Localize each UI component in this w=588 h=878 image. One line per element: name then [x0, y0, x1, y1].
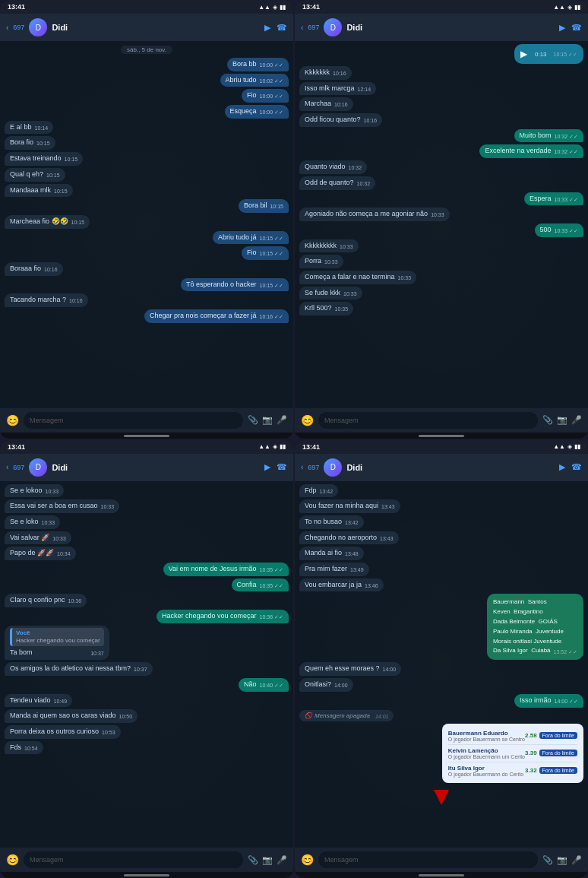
phone-icon[interactable]: ☎ [277, 23, 287, 33]
camera-icon-br[interactable]: 📷 [557, 855, 567, 865]
quote-name-bl: Você [16, 629, 100, 637]
chat-input-tl[interactable]: Mensagem [24, 412, 243, 429]
chat-input-br[interactable]: Mensagem [318, 851, 538, 868]
msg-tr-9: Porra 10:33 [299, 255, 343, 268]
header-actions-br: ▶ ☎ [559, 462, 582, 472]
video-icon[interactable]: ▶ [264, 23, 270, 33]
camera-icon-bl[interactable]: 📷 [262, 855, 273, 865]
attach-icon[interactable]: 📎 [248, 415, 258, 425]
msg-br-4: Chegando no aeroporto 13:43 [299, 531, 399, 545]
emoji-icon-br[interactable]: 😊 [301, 854, 314, 866]
phone-icon-br[interactable]: ☎ [571, 462, 582, 472]
chat-body-tr: ▶ 0:13 10:15 ✓✓ Kkkkkkk 10:16 Isso mlk m… [295, 41, 588, 408]
player-btn-3[interactable]: Fora do limite [539, 767, 577, 774]
chat-body-tl: sáb., 5 de nov. Bora bb 10:00 ✓✓ Abriu t… [0, 41, 293, 408]
mic-icon-br[interactable]: 🎤 [571, 855, 582, 865]
bottom-icons-bl: 📎 📷 🎤 [248, 855, 287, 865]
bottom-icons-tl: 📎 📷 🎤 [248, 415, 287, 425]
video-icon-tr[interactable]: ▶ [559, 23, 565, 33]
phone-icon-bl[interactable]: ☎ [277, 462, 287, 472]
avatar-tr: D [324, 18, 342, 36]
wifi-icon-bl: ◈ [273, 443, 277, 450]
player-btn-2[interactable]: Fora do limite [539, 750, 577, 756]
status-bar-tr: 13:41 ▲▲ ◈ ▮▮ [295, 0, 588, 14]
chat-input-tr[interactable]: Mensagem [318, 412, 538, 429]
chat-bottom-bl: 😊 Mensagem 📎 📷 🎤 [0, 848, 293, 872]
date-divider-tl: sáb., 5 de nov. [121, 46, 172, 54]
msg-br-3: To no busao 13:42 [299, 515, 364, 529]
quote-block-bl: Você Hacker chegando vou começar [10, 628, 104, 647]
audio-message[interactable]: ▶ 0:13 10:15 ✓✓ [514, 44, 583, 64]
chat-bottom-br: 😊 Mensagem 📎 📷 🎤 [295, 848, 588, 872]
contact-count-bl: 697 [13, 464, 24, 471]
msg-tr-4: Odd ficou quanto? 10:16 [299, 113, 382, 127]
msg-in-4: Qual q eh? 10:15 [5, 168, 65, 182]
player-club-3: O jogador Bauermann do Cerito [448, 772, 523, 777]
status-bar-bl: 13:41 ▲▲ ◈ ▮▮ [0, 440, 293, 454]
msg-bl-6: Claro q confio pnc 10:36 [5, 594, 87, 607]
camera-icon-tr[interactable]: 📷 [557, 415, 567, 425]
player-btn-1[interactable]: Fora do limite [539, 732, 577, 739]
msg-tr-5: Quanto viado 10:32 [299, 160, 367, 174]
chat-input-bl[interactable]: Mensagem [24, 851, 243, 868]
signal-icon: ▲▲ [258, 4, 270, 11]
back-button-tl[interactable]: ‹ [6, 24, 8, 32]
msg-br-5: Manda ai fio 13:48 [299, 547, 364, 560]
audio-duration: 0:13 [535, 51, 547, 58]
mic-icon-bl[interactable]: 🎤 [277, 855, 287, 865]
msg-tr-8: Kkkkkkkkk 10:33 [299, 239, 359, 253]
players-message: Bauermann Santos Keven Bragantino Dada B… [487, 594, 583, 660]
mic-icon[interactable]: 🎤 [277, 415, 287, 425]
status-icons-br: ▲▲ ◈ ▮▮ [553, 443, 580, 450]
attach-icon-bl[interactable]: 📎 [248, 855, 258, 865]
msg-tr-10: Começa a falar e nao termina 10:33 [299, 271, 416, 284]
list-row-2: Kelvin Lamenção O jogador Bauermann um C… [448, 745, 577, 762]
contact-count-br: 697 [308, 464, 319, 471]
status-time-tr: 13:41 [302, 3, 320, 11]
msg-br-out-1: Isso irmão 14:00 ✓✓ [514, 694, 583, 708]
emoji-icon-tr[interactable]: 😊 [301, 414, 314, 426]
player-score-1: 2.58 [525, 732, 537, 739]
list-row-2: Kelvin Lamenção O jogador Bauermann um C… [448, 747, 525, 759]
msg-tr-out-4: 500 10:33 ✓✓ [535, 223, 584, 237]
signal-icon-br: ▲▲ [553, 443, 565, 450]
msg-bl-out-1: Vai em nome de Jesus irmão 10:35 ✓✓ [163, 563, 289, 576]
emoji-icon[interactable]: 😊 [6, 414, 19, 426]
chat-header-tl: ‹ 697 D Didi ▶ ☎ [0, 14, 293, 41]
home-indicator-bl [124, 874, 169, 876]
chat-bottom-tl: 😊 Mensagem 📎 📷 🎤 [0, 408, 293, 433]
player-name-1: Bauermann Eduardo [448, 730, 525, 737]
back-button-bl[interactable]: ‹ [6, 463, 8, 471]
msg-tr-6: Odd de quanto? 10:32 [299, 176, 375, 190]
player-name-2: Kelvin Lamenção [448, 747, 525, 754]
status-time-tl: 13:41 [8, 3, 25, 11]
bottom-icons-tr: 📎 📷 🎤 [542, 415, 582, 425]
wifi-icon-tr: ◈ [567, 4, 572, 11]
msg-bl-10: Porra deixa os outros curioso 10:53 [5, 725, 121, 739]
list-row-3: Itu Silva Igor O jogador Bauermann do Ce… [448, 765, 523, 777]
input-placeholder-bl: Mensagem [30, 856, 64, 864]
camera-icon[interactable]: 📷 [262, 415, 273, 425]
back-button-br[interactable]: ‹ [301, 463, 303, 471]
phone-icon-tr[interactable]: ☎ [571, 23, 582, 33]
video-icon-br[interactable]: ▶ [559, 462, 565, 472]
msg-br-1: Fdp 13:42 [299, 484, 338, 498]
phone-screen-bottom-left: 13:41 ▲▲ ◈ ▮▮ ‹ 697 D Didi ▶ ☎ Se e loko… [0, 440, 293, 879]
msg-in-2: Bora fio 10:15 [5, 136, 55, 150]
deleted-message: 🚫 Mensagem apagada 14:01 [299, 710, 394, 721]
avatar-bl: D [29, 458, 47, 477]
msg-bl-4: Vai salvar 🚀 10:33 [5, 531, 71, 545]
chat-bottom-tr: 😊 Mensagem 📎 📷 🎤 [295, 408, 588, 433]
emoji-icon-bl[interactable]: 😊 [6, 854, 19, 866]
red-arrow-icon [434, 790, 449, 805]
attach-icon-tr[interactable]: 📎 [542, 415, 553, 425]
attach-icon-br[interactable]: 📎 [542, 855, 553, 865]
msg-bl-5: Papo de 🚀🚀 10:34 [5, 547, 76, 560]
wifi-icon: ◈ [273, 4, 277, 11]
back-button-tr[interactable]: ‹ [301, 24, 303, 32]
video-icon-bl[interactable]: ▶ [264, 462, 270, 472]
input-placeholder-tr: Mensagem [324, 417, 359, 424]
chat-header-br: ‹ 697 D Didi ▶ ☎ [295, 454, 588, 481]
play-icon[interactable]: ▶ [520, 49, 527, 59]
mic-icon-tr[interactable]: 🎤 [571, 415, 582, 425]
